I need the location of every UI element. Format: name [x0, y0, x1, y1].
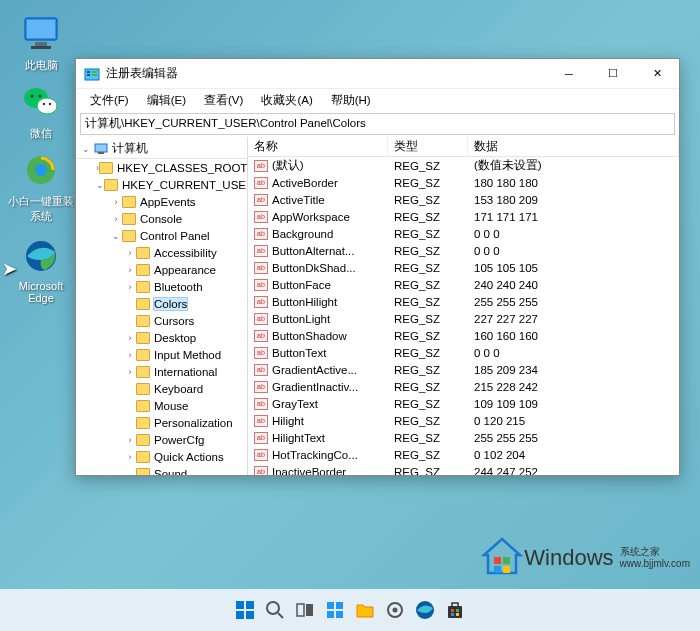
tree-node[interactable]: ›Console: [76, 210, 247, 227]
list-row[interactable]: abButtonHilightREG_SZ255 255 255: [248, 293, 679, 310]
edge-icon: [21, 236, 61, 276]
list-pane[interactable]: 名称 类型 数据 ab(默认)REG_SZ(数值未设置)abActiveBord…: [248, 137, 679, 475]
expand-icon[interactable]: ›: [124, 248, 136, 258]
value-data: 0 0 0: [468, 228, 679, 240]
list-row[interactable]: abActiveBorderREG_SZ180 180 180: [248, 174, 679, 191]
taskbar[interactable]: [0, 589, 700, 631]
tree-node[interactable]: ›Desktop: [76, 329, 247, 346]
start-button[interactable]: [232, 597, 258, 623]
maximize-button[interactable]: ☐: [591, 59, 635, 89]
desktop-icon-label: Microsoft Edge: [6, 280, 76, 304]
tree-node[interactable]: ⌄HKEY_CURRENT_USER: [76, 176, 247, 193]
list-row[interactable]: abGradientActive...REG_SZ185 209 234: [248, 361, 679, 378]
expand-icon[interactable]: ›: [124, 435, 136, 445]
tree-node[interactable]: ⌄Control Panel: [76, 227, 247, 244]
tree-node-label: International: [154, 366, 217, 378]
titlebar[interactable]: 注册表编辑器 ─ ☐ ✕: [76, 59, 679, 89]
tree-root-computer[interactable]: ⌄ 计算机: [76, 139, 247, 159]
col-header-data[interactable]: 数据: [468, 137, 679, 156]
expand-icon[interactable]: ⌄: [110, 231, 122, 241]
expand-icon[interactable]: ›: [124, 282, 136, 292]
taskbar-edge-icon[interactable]: [412, 597, 438, 623]
list-row[interactable]: abButtonFaceREG_SZ240 240 240: [248, 276, 679, 293]
desktop-icon-wechat[interactable]: 微信: [6, 82, 76, 141]
tree-node[interactable]: ›PowerCfg: [76, 431, 247, 448]
expand-icon[interactable]: ›: [110, 197, 122, 207]
list-row[interactable]: abHilightTextREG_SZ255 255 255: [248, 429, 679, 446]
menu-favorites[interactable]: 收藏夹(A): [253, 91, 320, 110]
expand-icon[interactable]: ›: [124, 367, 136, 377]
list-row[interactable]: abHotTrackingCo...REG_SZ0 102 204: [248, 446, 679, 463]
tree-node[interactable]: Keyboard: [76, 380, 247, 397]
list-row[interactable]: abButtonLightREG_SZ227 227 227: [248, 310, 679, 327]
tree-node[interactable]: ›HKEY_CLASSES_ROOT: [76, 159, 247, 176]
folder-icon: [136, 247, 150, 259]
value-type: REG_SZ: [388, 245, 468, 257]
store-icon[interactable]: [442, 597, 468, 623]
value-type: REG_SZ: [388, 296, 468, 308]
close-button[interactable]: ✕: [635, 59, 679, 89]
settings-icon[interactable]: [382, 597, 408, 623]
value-data: 240 240 240: [468, 279, 679, 291]
expand-icon[interactable]: ›: [124, 350, 136, 360]
expand-icon[interactable]: ⌄: [96, 180, 104, 190]
tree-node[interactable]: ›Appearance: [76, 261, 247, 278]
tree-node[interactable]: Cursors: [76, 312, 247, 329]
tree-pane[interactable]: ⌄ 计算机 ›HKEY_CLASSES_ROOT⌄HKEY_CURRENT_US…: [76, 137, 248, 475]
menu-view[interactable]: 查看(V): [196, 91, 251, 110]
tree-node[interactable]: Mouse: [76, 397, 247, 414]
list-row[interactable]: abButtonShadowREG_SZ160 160 160: [248, 327, 679, 344]
folder-icon: [136, 451, 150, 463]
tree-node-label: Control Panel: [140, 230, 210, 242]
col-header-type[interactable]: 类型: [388, 137, 468, 156]
tree-node[interactable]: ›Quick Actions: [76, 448, 247, 465]
list-row[interactable]: abButtonDkShad...REG_SZ105 105 105: [248, 259, 679, 276]
list-row[interactable]: abButtonTextREG_SZ0 0 0: [248, 344, 679, 361]
list-row[interactable]: abGradientInactiv...REG_SZ215 228 242: [248, 378, 679, 395]
search-icon[interactable]: [262, 597, 288, 623]
menu-help[interactable]: 帮助(H): [323, 91, 379, 110]
computer-icon: [94, 143, 108, 155]
value-type: REG_SZ: [388, 279, 468, 291]
value-name: ActiveBorder: [272, 177, 338, 189]
desktop-icon-xiaobai[interactable]: 小白一键重装 系统: [6, 150, 76, 224]
value-name: ButtonShadow: [272, 330, 347, 342]
tree-node[interactable]: ›Accessibility: [76, 244, 247, 261]
tree-node[interactable]: ›Input Method: [76, 346, 247, 363]
list-row[interactable]: ab(默认)REG_SZ(数值未设置): [248, 157, 679, 174]
tree-node[interactable]: Colors: [76, 295, 247, 312]
svg-rect-31: [306, 604, 313, 616]
list-row[interactable]: abBackgroundREG_SZ0 0 0: [248, 225, 679, 242]
widgets-icon[interactable]: [322, 597, 348, 623]
expand-icon[interactable]: ›: [124, 452, 136, 462]
minimize-button[interactable]: ─: [547, 59, 591, 89]
value-data: 0 0 0: [468, 245, 679, 257]
tree-node[interactable]: ›International: [76, 363, 247, 380]
menu-file[interactable]: 文件(F): [82, 91, 137, 110]
value-data: 171 171 171: [468, 211, 679, 223]
tree-node[interactable]: ›AppEvents: [76, 193, 247, 210]
address-bar[interactable]: 计算机\HKEY_CURRENT_USER\Control Panel\Colo…: [80, 113, 675, 135]
tree-node[interactable]: Sound: [76, 465, 247, 475]
value-name: ButtonLight: [272, 313, 330, 325]
expand-icon[interactable]: ›: [124, 265, 136, 275]
list-row[interactable]: abAppWorkspaceREG_SZ171 171 171: [248, 208, 679, 225]
regedit-icon: [84, 66, 100, 82]
expand-icon[interactable]: ›: [110, 214, 122, 224]
desktop-icon-this-pc[interactable]: 此电脑: [6, 14, 76, 73]
explorer-icon[interactable]: [352, 597, 378, 623]
col-header-name[interactable]: 名称: [248, 137, 388, 156]
list-row[interactable]: abHilightREG_SZ0 120 215: [248, 412, 679, 429]
list-row[interactable]: abInactiveBorderREG_SZ244 247 252: [248, 463, 679, 475]
list-row[interactable]: abGrayTextREG_SZ109 109 109: [248, 395, 679, 412]
list-row[interactable]: abButtonAlternat...REG_SZ0 0 0: [248, 242, 679, 259]
svg-rect-33: [336, 602, 343, 609]
tree-node[interactable]: ›Bluetooth: [76, 278, 247, 295]
tree-node[interactable]: Personalization: [76, 414, 247, 431]
list-row[interactable]: abActiveTitleREG_SZ153 180 209: [248, 191, 679, 208]
menu-edit[interactable]: 编辑(E): [139, 91, 194, 110]
expand-icon[interactable]: ›: [124, 333, 136, 343]
folder-icon: [122, 213, 136, 225]
taskview-icon[interactable]: [292, 597, 318, 623]
value-data: 0 102 204: [468, 449, 679, 461]
